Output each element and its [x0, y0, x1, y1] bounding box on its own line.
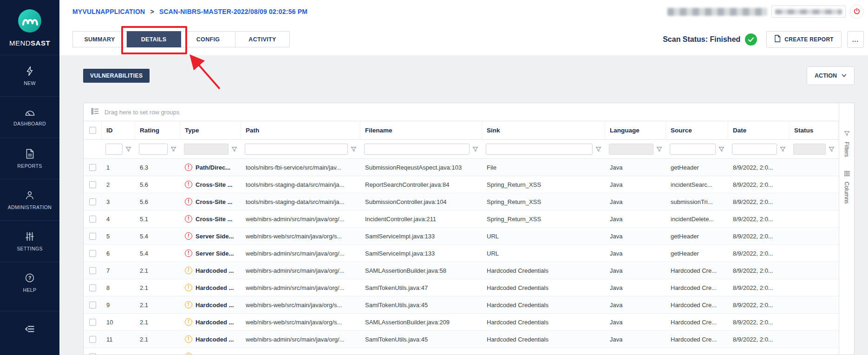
column-header-id[interactable]: ID: [102, 121, 135, 139]
filter-input-language[interactable]: [609, 144, 653, 155]
action-button[interactable]: ACTION: [807, 66, 855, 85]
filter-input-sink[interactable]: [486, 144, 593, 155]
cell-sink: Spring_Return_XSS: [482, 210, 605, 227]
filter-input-filename[interactable]: [364, 144, 470, 155]
filter-funnel-icon[interactable]: [472, 146, 478, 152]
table-row[interactable]: 65.4!Server Side...web/nibrs-admin/src/m…: [84, 245, 839, 262]
row-checkbox[interactable]: [89, 233, 96, 240]
filter-funnel-icon[interactable]: [829, 146, 835, 152]
column-header-type[interactable]: Type: [180, 121, 241, 139]
row-group-bar[interactable]: Drag here to set row groups: [84, 103, 839, 121]
tab-details[interactable]: DETAILS: [127, 31, 181, 47]
collapse-menu-icon[interactable]: [24, 323, 35, 336]
filter-funnel-icon[interactable]: [351, 146, 357, 152]
row-checkbox[interactable]: [89, 198, 96, 205]
dashboard-icon: [25, 108, 35, 117]
filter-funnel-icon[interactable]: [718, 146, 724, 152]
filter-input-type[interactable]: [184, 144, 228, 155]
sidebar-item-settings[interactable]: SETTINGS: [0, 220, 59, 262]
row-checkbox[interactable]: [89, 284, 96, 291]
column-header-filename[interactable]: Filename: [360, 121, 482, 139]
filter-funnel-icon[interactable]: [170, 146, 176, 152]
row-checkbox[interactable]: [89, 164, 96, 171]
sidebar-item-new[interactable]: NEW: [0, 55, 59, 96]
table-row[interactable]: 16.3!Path/Direc...tools/nibrs-fbi-servic…: [84, 159, 839, 176]
breadcrumb-application[interactable]: MYVULNAPPLICATION: [72, 8, 145, 15]
severity-low-icon: !: [185, 267, 192, 274]
cell-source: getHeader: [666, 159, 728, 176]
table-row[interactable]: 122.1!Hardcoded ...: [84, 348, 839, 355]
cell-id: 4: [102, 210, 135, 227]
table-row[interactable]: 35.6!Cross-Site ...tools/nibrs-staging-d…: [84, 193, 839, 210]
vulnerabilities-tab-button[interactable]: VULNERABILITIES: [83, 69, 150, 83]
cell-checkbox: [84, 210, 102, 227]
row-checkbox[interactable]: [89, 216, 96, 223]
more-options-button[interactable]: ...: [847, 31, 864, 48]
side-tab-columns[interactable]: Columns: [843, 170, 850, 204]
filter-input-id[interactable]: [105, 144, 123, 155]
table-row[interactable]: 25.6!Cross-Site ...tools/nibrs-staging-d…: [84, 176, 839, 193]
row-checkbox[interactable]: [89, 319, 96, 326]
table-row[interactable]: 92.1!Hardcoded ...web/nibrs-web/src/main…: [84, 296, 839, 314]
column-header-path[interactable]: Path: [241, 121, 360, 139]
logout-button[interactable]: [850, 5, 864, 19]
cell-date: 8/9/2022, 2:0...: [728, 193, 790, 210]
column-header-sink[interactable]: Sink: [482, 121, 605, 139]
scan-status: Scan Status: Finished: [663, 33, 757, 46]
sidebar-item-administration[interactable]: ADMINISTRATION: [0, 179, 59, 220]
row-checkbox[interactable]: [89, 267, 96, 274]
redacted-org-selector[interactable]: [771, 6, 846, 18]
row-checkbox[interactable]: [89, 181, 96, 188]
filter-input-rating[interactable]: [139, 144, 168, 155]
table-row[interactable]: 45.1!Cross-Site ...web/nibrs-admin/src/m…: [84, 210, 839, 228]
filter-funnel-icon[interactable]: [656, 146, 662, 152]
create-report-button[interactable]: CREATE REPORT: [766, 31, 842, 48]
columns-icon: [844, 170, 850, 178]
filter-funnel-icon[interactable]: [780, 146, 786, 152]
cell-rating: 6.3: [135, 159, 180, 176]
column-header-rating[interactable]: Rating: [135, 121, 180, 139]
logo[interactable]: MENDSAST: [0, 0, 59, 55]
row-checkbox[interactable]: [89, 250, 96, 257]
table-row[interactable]: 112.1!Hardcoded ...web/nibrs-admin/src/m…: [84, 331, 839, 348]
column-header-language[interactable]: Language: [605, 121, 666, 139]
cell-checkbox: [84, 193, 102, 210]
filter-input-path[interactable]: [245, 144, 348, 155]
cell-type: !Hardcoded ...: [180, 296, 241, 313]
cell-checkbox: [84, 279, 102, 296]
filter-funnel-icon[interactable]: [125, 146, 131, 152]
filter-cell-filename: [360, 140, 482, 158]
filter-input-status[interactable]: [793, 144, 826, 155]
select-all-checkbox[interactable]: [89, 127, 96, 134]
filter-input-source[interactable]: [670, 144, 716, 155]
column-header-status[interactable]: Status: [790, 121, 838, 139]
row-checkbox[interactable]: [89, 353, 96, 355]
cell-path: tools/nibrs-fbi-service/src/main/jav...: [241, 159, 360, 176]
sidebar-item-dashboard[interactable]: DASHBOARD: [0, 96, 59, 138]
cell-type: !Cross-Site ...: [180, 193, 241, 210]
table-row[interactable]: 102.1!Hardcoded ...web/nibrs-web/src/mai…: [84, 314, 839, 331]
table-row[interactable]: 72.1!Hardcoded ...web/nibrs-admin/src/ma…: [84, 262, 839, 279]
column-header-date[interactable]: Date: [728, 121, 790, 139]
tab-activity[interactable]: ACTIVITY: [235, 31, 290, 47]
cell-path: web/nibrs-admin/src/main/java/org/...: [241, 279, 360, 296]
row-checkbox[interactable]: [89, 336, 96, 343]
column-header-source[interactable]: Source: [666, 121, 728, 139]
filter-funnel-icon[interactable]: [231, 146, 237, 152]
cell-checkbox: [84, 314, 102, 330]
tab-config[interactable]: CONFIG: [181, 31, 235, 47]
table-row[interactable]: 82.1!Hardcoded ...web/nibrs-admin/src/ma…: [84, 279, 839, 296]
filter-input-date[interactable]: [732, 144, 777, 155]
sidebar-item-reports[interactable]: REPORTS: [0, 138, 59, 179]
mend-logo-icon: [17, 8, 42, 35]
cell-language: Java: [605, 228, 666, 244]
side-tab-label: Columns: [843, 182, 850, 204]
table-row[interactable]: 55.4!Server Side...web/nibrs-web/src/mai…: [84, 228, 839, 245]
sidebar-item-help[interactable]: ?HELP: [0, 262, 59, 303]
column-header-label: Language: [610, 127, 640, 134]
breadcrumb-scan[interactable]: SCAN-NIBRS-MASTER-2022/08/09 02:02:56 PM: [159, 8, 307, 15]
filter-funnel-icon[interactable]: [595, 146, 601, 152]
side-tab-filters[interactable]: Filters: [843, 130, 850, 157]
tab-summary[interactable]: SUMMARY: [72, 31, 127, 47]
row-checkbox[interactable]: [89, 302, 96, 309]
